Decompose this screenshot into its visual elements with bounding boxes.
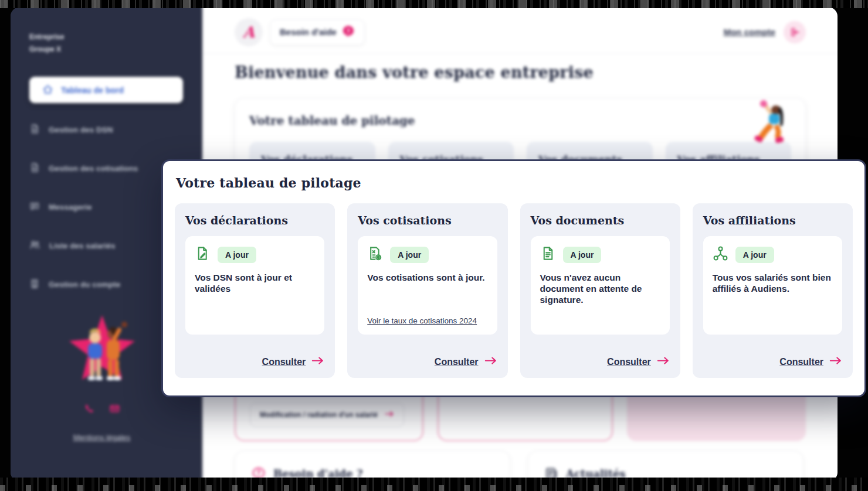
consulter-link[interactable]: Consulter: [779, 357, 823, 367]
topbar: A Besoin d'aide ? Mon compte: [202, 7, 838, 54]
phone-icon[interactable]: [84, 403, 95, 417]
consulter-link[interactable]: Consulter: [262, 357, 306, 367]
sidebar-item-label: Tableau de bord: [61, 86, 124, 95]
overlay-title: Votre tableau de pilotage: [176, 175, 853, 190]
arrow-right-icon: [829, 356, 842, 367]
status-badge: A jour: [218, 247, 256, 263]
card-title: Vos cotisations: [358, 214, 497, 227]
status-message: Tous vos salariés sont bien affiliés à A…: [713, 272, 833, 294]
home-icon: [42, 84, 53, 97]
page-title: Bienvenue dans votre espace entreprise: [235, 63, 838, 81]
card-affiliations: Vos affiliations A jour Tous vos salarié…: [693, 203, 853, 378]
arrow-right-icon: [385, 411, 394, 419]
company-name: Groupe X: [29, 43, 202, 56]
torn-edge-bottom: [0, 478, 868, 491]
card-status-box: A jour Vos cotisations sont à jour. Voir…: [358, 236, 497, 335]
panel-title: Votre tableau de pilotage: [249, 114, 791, 128]
status-message: Vous n'avez aucun document en attente de…: [540, 272, 660, 306]
document-icon: [29, 124, 40, 136]
card-status-box: A jour Tous vos salariés sont bien affil…: [703, 236, 842, 335]
svg-text:?: ?: [257, 469, 261, 477]
card-title: Vos documents: [531, 214, 670, 227]
logo-letter: A: [243, 23, 255, 41]
chat-icon: [29, 201, 40, 213]
logo: A: [235, 18, 263, 46]
taux-cotisations-link[interactable]: Voir le taux de cotisations 2024: [367, 316, 487, 325]
arrow-right-icon: [657, 356, 670, 367]
people-icon: [29, 239, 40, 252]
document-edit-icon: [195, 246, 211, 264]
mentions-legales-link[interactable]: Mentions légales: [29, 433, 174, 442]
company-label: Entreprise: [29, 31, 202, 43]
sidebar-item-tableau-de-bord[interactable]: Tableau de bord: [29, 77, 183, 103]
status-badge: A jour: [390, 247, 429, 263]
org-nodes-icon: [713, 246, 728, 264]
sidebar-item-gestion-des-dsn[interactable]: Gestion des DSN: [29, 121, 202, 138]
svg-text:?: ?: [347, 28, 350, 35]
consulter-link[interactable]: Consulter: [435, 357, 479, 367]
card-documents: Vos documents A jour Vous n'avez aucun d…: [520, 203, 680, 378]
torn-edge-top: [0, 0, 868, 8]
card-cotisations: Vos cotisations A jour Vos cotisations s…: [347, 203, 507, 378]
modification-radiation-button[interactable]: Modification / radiation d'un salarié: [250, 403, 404, 427]
card-status-box: A jour Vos DSN sont à jour et validées: [185, 236, 324, 335]
screenshot-stage: Entreprise Groupe X Tableau de bord Gest…: [0, 0, 868, 491]
status-message: Vos DSN sont à jour et validées: [195, 272, 315, 294]
sidebar-item-label: Messagerie: [49, 203, 92, 212]
sidebar-item-label: Liste des salariés: [49, 241, 116, 250]
sidebar-item-label: Gestion des cotisations: [49, 164, 138, 173]
arrow-right-icon: [311, 356, 324, 367]
consulter-link[interactable]: Consulter: [607, 357, 651, 367]
card-title: Vos affiliations: [703, 214, 842, 227]
building-icon: [29, 278, 40, 291]
status-badge: A jour: [735, 247, 774, 263]
sidebar-illustration: [29, 314, 174, 389]
sidebar-item-label: Gestion des DSN: [49, 125, 113, 134]
document-euro-icon: [367, 246, 383, 264]
card-declarations: Vos déclarations A jour Vos DSN sont à j…: [175, 203, 335, 378]
help-button-label: Besoin d'aide: [280, 27, 337, 37]
arrow-right-icon: [484, 356, 497, 367]
card-title: Vos déclarations: [185, 214, 324, 227]
document-icon: [540, 246, 556, 264]
status-badge: A jour: [563, 247, 602, 263]
dancer-illustration: [754, 100, 791, 152]
status-message: Vos cotisations sont à jour.: [367, 272, 487, 283]
mon-compte-link[interactable]: Mon compte: [724, 27, 775, 37]
document-icon: [29, 162, 40, 175]
logout-icon[interactable]: [784, 21, 806, 43]
sidebar-item-label: Gestion du compte: [49, 280, 120, 289]
mail-icon[interactable]: [109, 403, 120, 417]
card-status-box: A jour Vous n'avez aucun document en att…: [531, 236, 670, 335]
help-button[interactable]: Besoin d'aide ?: [270, 19, 365, 45]
question-bubble-icon: ?: [342, 25, 355, 39]
pilotage-overlay-panel: Votre tableau de pilotage Vos déclaratio…: [161, 159, 866, 397]
